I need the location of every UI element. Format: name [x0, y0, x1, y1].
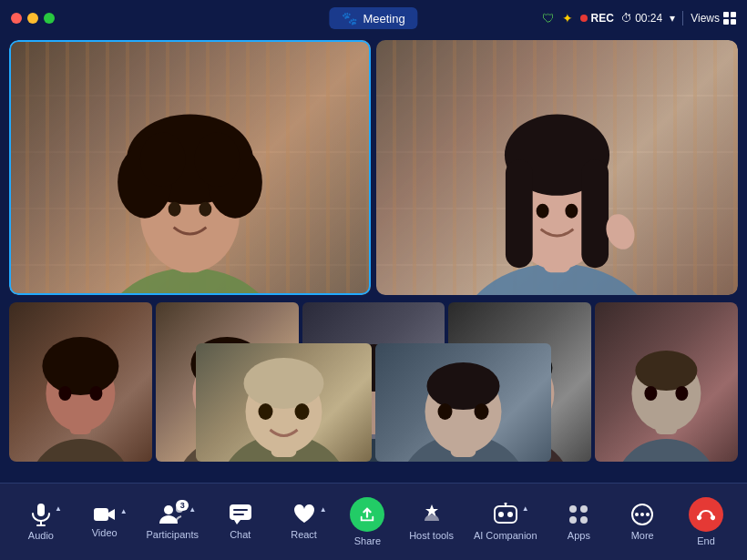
chat-label: Chat [230, 529, 251, 540]
thumb5-avatar [595, 302, 738, 462]
audio-label: Audio [28, 530, 54, 541]
timer: ⏱ 00:24 [621, 12, 662, 25]
svg-point-54 [295, 403, 310, 420]
views-button[interactable]: Views [691, 12, 736, 25]
svg-rect-67 [230, 504, 251, 520]
apps-icon [567, 503, 590, 526]
svg-point-47 [645, 386, 658, 401]
svg-point-81 [640, 513, 644, 516]
share-label: Share [354, 535, 381, 546]
thumb-cell-6[interactable] [196, 343, 372, 462]
more-label: More [631, 530, 654, 541]
thumbnail-row-bottom [196, 343, 551, 462]
end-button[interactable]: End [680, 492, 732, 552]
share-button[interactable]: Share [342, 492, 393, 552]
maximize-button[interactable] [44, 13, 55, 24]
more-icon [629, 503, 656, 526]
video-cell-main-left[interactable] [9, 40, 371, 295]
rec-badge: REC [580, 12, 613, 25]
end-label: End [697, 535, 715, 546]
svg-point-43 [617, 439, 717, 462]
titlebar: 🐾 Meeting 🛡 ✦ REC ⏱ 00:24 ▾ Views [0, 0, 747, 36]
host-tools-icon [420, 503, 444, 526]
thumbnail-section [9, 302, 738, 471]
thumb1-avatar [9, 302, 152, 462]
toolbar: ▲ Audio ▲ Video 3 ▲ Participants [0, 483, 747, 560]
main-video-row [9, 40, 738, 295]
svg-point-65 [164, 505, 173, 514]
thumb-cell-5[interactable] [595, 302, 738, 462]
svg-point-48 [676, 386, 689, 401]
participants-label: Participants [146, 529, 198, 540]
svg-rect-61 [37, 504, 45, 516]
shield-check-icon: 🛡 [542, 11, 555, 25]
share-icon [350, 497, 384, 532]
audio-caret: ▲ [55, 504, 62, 513]
chat-icon [229, 504, 252, 525]
paw-icon: 🐾 [342, 11, 357, 25]
traffic-lights [11, 13, 55, 24]
chat-button[interactable]: Chat [215, 498, 266, 545]
svg-point-74 [504, 503, 507, 505]
thumb-cell-7[interactable] [375, 343, 551, 462]
thumb6-avatar [196, 343, 372, 462]
svg-point-80 [635, 513, 639, 516]
svg-point-24 [89, 386, 102, 401]
heart-icon: ▲ [292, 504, 316, 525]
svg-point-53 [259, 403, 273, 420]
svg-point-46 [636, 351, 698, 391]
ai-caret: ▲ [522, 504, 529, 513]
mic-icon: ▲ [31, 503, 51, 526]
svg-point-77 [569, 516, 577, 524]
svg-point-78 [580, 516, 588, 524]
rec-dot [580, 15, 588, 22]
react-label: React [291, 529, 317, 540]
react-caret: ▲ [320, 505, 327, 514]
svg-rect-64 [94, 508, 108, 521]
svg-point-75 [569, 505, 577, 513]
video-cell-main-right[interactable] [376, 40, 738, 295]
ai-companion-button[interactable]: ▲ AI Companion [470, 497, 541, 546]
minimize-button[interactable] [27, 13, 38, 24]
svg-point-76 [580, 505, 588, 513]
more-button[interactable]: More [617, 497, 668, 546]
svg-rect-70 [495, 506, 517, 523]
ai-companion-label: AI Companion [474, 530, 537, 541]
video-frame-active [9, 40, 371, 295]
apps-label: Apps [568, 530, 590, 541]
end-icon [689, 497, 723, 532]
svg-point-52 [244, 358, 324, 409]
thumb-cell-1[interactable] [9, 302, 152, 462]
header-right: 🛡 ✦ REC ⏱ 00:24 ▾ Views [542, 11, 736, 25]
video-button[interactable]: ▲ Video [79, 500, 130, 544]
svg-point-82 [646, 513, 650, 516]
svg-point-72 [507, 512, 513, 517]
close-button[interactable] [11, 13, 22, 24]
video-caret: ▲ [120, 507, 128, 515]
meeting-title-button[interactable]: 🐾 Meeting [329, 7, 417, 29]
svg-point-59 [438, 403, 453, 420]
people-icon: 3 ▲ [159, 504, 185, 525]
apps-button[interactable]: Apps [553, 497, 604, 546]
svg-point-71 [498, 512, 504, 517]
react-button[interactable]: ▲ React [279, 498, 330, 545]
video-frame-right [376, 40, 738, 295]
svg-point-19 [30, 439, 130, 462]
host-tools-label: Host tools [409, 530, 454, 541]
chevron-down-icon[interactable]: ▾ [670, 12, 675, 25]
video-label: Video [92, 527, 118, 538]
grid-icon [723, 12, 736, 25]
svg-point-22 [42, 337, 118, 395]
participants-badge: 3 [176, 500, 189, 511]
svg-point-58 [427, 362, 500, 410]
audio-button[interactable]: ▲ Audio [15, 497, 67, 546]
divider [682, 11, 683, 25]
star-icon: ✦ [562, 11, 573, 25]
ai-icon: ▲ [493, 503, 518, 526]
svg-point-60 [475, 403, 489, 420]
host-tools-button[interactable]: Host tools [405, 497, 457, 546]
thumb7-avatar [375, 343, 551, 462]
svg-rect-84 [710, 514, 715, 521]
participants-caret: ▲ [189, 505, 196, 514]
participants-button[interactable]: 3 ▲ Participants [142, 498, 201, 545]
